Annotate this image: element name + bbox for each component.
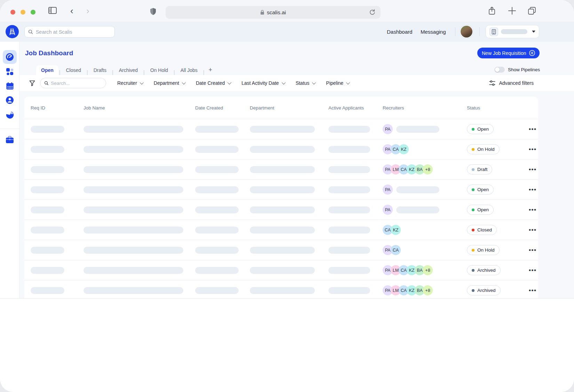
address-bar[interactable]: scalis.ai	[166, 6, 381, 19]
plus-icon	[508, 6, 517, 15]
loading-skeleton	[31, 186, 64, 193]
recruiter-avatar[interactable]: +8	[423, 285, 433, 295]
table-row[interactable]: PAOpen•••	[24, 199, 538, 220]
app-sidebar	[0, 42, 19, 298]
status-dot	[472, 128, 475, 131]
row-more-options-button[interactable]: •••	[529, 186, 538, 193]
loading-skeleton	[396, 186, 439, 193]
new-job-requisition-button[interactable]: New Job Requisition	[477, 48, 540, 58]
recruiter-avatar[interactable]: PA	[383, 185, 393, 195]
filter-dropdown-date-created[interactable]: Date Created	[196, 80, 230, 86]
tab-on-hold[interactable]: On Hold	[145, 65, 173, 75]
table-row[interactable]: CAKZClosed•••	[24, 220, 538, 240]
nav-messaging[interactable]: Messaging	[421, 22, 446, 42]
row-more-options-button[interactable]: •••	[529, 146, 538, 153]
recruiters-cell: PACA	[383, 245, 467, 255]
global-search-input[interactable]	[36, 29, 111, 35]
user-avatar[interactable]	[461, 26, 472, 38]
recruiter-avatar[interactable]: +8	[423, 265, 433, 275]
row-more-options-button[interactable]: •••	[529, 126, 538, 133]
loading-skeleton	[31, 146, 64, 153]
close-window-button[interactable]	[10, 10, 15, 15]
table-row[interactable]: PALMCAKZBA+8Archived•••	[24, 260, 538, 280]
shield-privacy-icon[interactable]	[150, 8, 157, 15]
tab-archived[interactable]: Archived	[114, 65, 143, 75]
filter-funnel-icon[interactable]	[29, 80, 35, 86]
sliders-icon	[489, 80, 495, 86]
tab-drafts[interactable]: Drafts	[89, 65, 111, 75]
loading-skeleton	[195, 247, 239, 254]
table-search-input[interactable]	[51, 81, 102, 86]
refresh-icon[interactable]	[369, 9, 376, 16]
tab-separator: |	[58, 70, 61, 75]
recruiter-avatar[interactable]: KZ	[399, 144, 409, 154]
minimize-window-button[interactable]	[21, 10, 25, 15]
sidebar-item-calendar[interactable]	[3, 79, 17, 93]
loading-skeleton	[195, 166, 239, 173]
global-search[interactable]	[24, 26, 115, 38]
show-tabs-button[interactable]	[527, 6, 536, 15]
loading-skeleton	[195, 126, 239, 133]
status-dot	[472, 289, 475, 292]
show-pipelines-toggle[interactable]	[494, 67, 505, 73]
page-title: Job Dashboard	[25, 49, 73, 57]
sidebar-item-dashboard[interactable]	[3, 50, 17, 64]
loading-skeleton	[195, 186, 239, 193]
forward-icon[interactable]: ›	[86, 7, 89, 15]
new-tab-button[interactable]	[508, 6, 517, 15]
tab-open[interactable]: Open	[36, 65, 58, 75]
row-more-options-button[interactable]: •••	[529, 267, 538, 274]
table-row[interactable]: PALMCAKZBA+8Archived•••	[24, 280, 538, 298]
status-dot	[472, 229, 475, 231]
browser-sidebar-icon[interactable]	[48, 7, 57, 14]
recruiter-avatar[interactable]: +8	[423, 164, 433, 174]
advanced-filters-button[interactable]: Advanced filters	[489, 80, 534, 86]
add-tab-button[interactable]: +	[205, 66, 216, 75]
sidebar-item-employers[interactable]	[3, 133, 17, 147]
filter-dropdown-pipeline[interactable]: Pipeline	[326, 80, 349, 86]
tab-separator: |	[86, 70, 89, 75]
recruiter-avatar[interactable]: CA	[391, 245, 401, 255]
filter-dropdown-department[interactable]: Department	[154, 80, 185, 86]
recruiters-cell: PALMCAKZBA+8	[383, 285, 467, 295]
row-more-options-button[interactable]: •••	[529, 166, 538, 173]
row-more-options-button[interactable]: •••	[529, 287, 538, 294]
status-badge: Closed	[467, 225, 497, 235]
loading-skeleton	[250, 186, 315, 193]
table-row[interactable]: PACAKZOn Hold•••	[24, 139, 538, 159]
filter-dropdown-status[interactable]: Status	[296, 80, 315, 86]
loading-skeleton	[250, 267, 315, 274]
recruiters-cell: PACAKZ	[383, 144, 467, 154]
table-row[interactable]: PALMCAKZBA+8Draft•••	[24, 159, 538, 179]
status-badge: Open	[467, 124, 494, 134]
nav-dashboard[interactable]: Dashboard	[387, 22, 412, 42]
row-more-options-button[interactable]: •••	[529, 247, 538, 254]
row-more-options-button[interactable]: •••	[529, 227, 538, 234]
filter-dropdown-recruiter[interactable]: Recruiter	[117, 80, 143, 86]
table-row[interactable]: PACAOn Hold•••	[24, 240, 538, 260]
sidebar-item-jobs[interactable]	[3, 65, 17, 79]
back-icon[interactable]: ‹	[70, 7, 73, 15]
share-button[interactable]	[488, 6, 496, 15]
tab-closed[interactable]: Closed	[61, 65, 86, 75]
recruiter-avatar[interactable]: KZ	[391, 225, 401, 235]
loading-skeleton	[250, 247, 315, 254]
recruiter-avatar[interactable]: PA	[383, 205, 393, 215]
row-more-options-button[interactable]: •••	[529, 206, 538, 213]
table-row[interactable]: PAOpen•••	[24, 179, 538, 199]
recruiter-avatar[interactable]: PA	[383, 124, 393, 134]
tab-separator: |	[173, 70, 176, 75]
sidebar-item-reports[interactable]	[3, 108, 17, 122]
calendar-icon	[6, 82, 14, 90]
recruiters-cell: PALMCAKZBA+8	[383, 164, 467, 174]
sidebar-item-candidates[interactable]	[3, 93, 17, 107]
chevron-down-icon	[312, 81, 316, 84]
table-search[interactable]	[40, 78, 106, 88]
column-header-recruiters: Recruiters	[383, 105, 467, 111]
company-selector[interactable]	[486, 25, 539, 38]
scalis-logo[interactable]	[6, 25, 19, 38]
tab-all-jobs[interactable]: All Jobs	[176, 65, 202, 75]
table-row[interactable]: PAOpen•••	[24, 119, 538, 139]
zoom-window-button[interactable]	[31, 10, 35, 15]
filter-dropdown-last-activity-date[interactable]: Last Activity Date	[241, 80, 284, 86]
